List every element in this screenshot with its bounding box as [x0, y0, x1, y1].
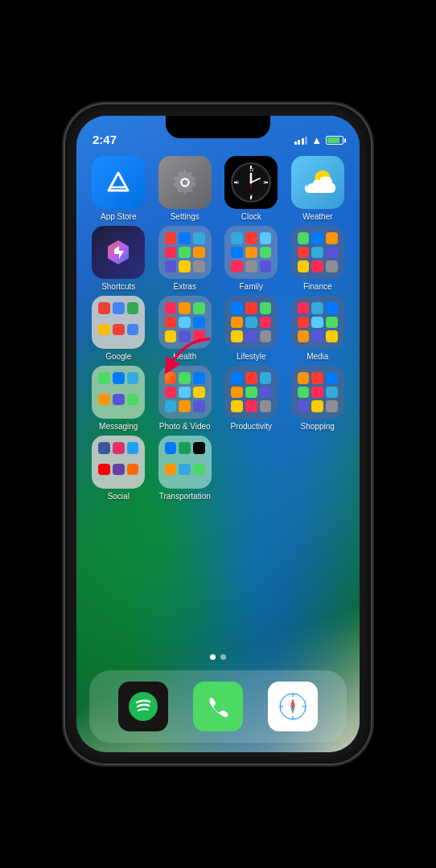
finance-folder-icon[interactable]	[291, 226, 344, 279]
svg-text:12: 12	[249, 167, 254, 172]
phone-icon[interactable]	[193, 682, 243, 731]
dock-safari-item[interactable]	[268, 682, 318, 731]
shortcuts-icon[interactable]	[92, 226, 145, 279]
google-label: Google	[105, 352, 131, 361]
transportation-label: Transportation	[159, 492, 211, 501]
settings-item[interactable]: Settings	[154, 156, 216, 221]
dock-spotify-item[interactable]	[118, 682, 168, 731]
transportation-folder-icon[interactable]	[158, 436, 212, 489]
arrow-annotation	[153, 331, 217, 379]
svg-point-21	[129, 692, 158, 721]
clock-item[interactable]: 12 3 6 9 Clock	[220, 156, 282, 221]
shopping-folder-icon[interactable]	[291, 366, 344, 419]
google-folder-icon[interactable]	[92, 296, 145, 349]
notch	[166, 116, 270, 138]
media-folder-icon[interactable]	[291, 296, 344, 349]
social-folder-icon[interactable]	[92, 436, 145, 489]
lifestyle-folder-icon[interactable]	[224, 296, 278, 349]
shopping-folder-item[interactable]: Shopping	[287, 366, 349, 431]
family-folder-icon[interactable]	[224, 226, 278, 279]
svg-point-30	[292, 706, 294, 708]
app-store-item[interactable]: App Store	[88, 156, 150, 221]
media-label: Media	[306, 352, 328, 361]
svg-text:6: 6	[250, 194, 253, 199]
social-folder-item[interactable]: Social	[88, 436, 150, 501]
status-icons: ▲	[294, 134, 343, 146]
page-dot-2[interactable]	[220, 654, 226, 660]
settings-label: Settings	[171, 212, 199, 221]
clock-label: Clock	[241, 212, 261, 221]
phone-frame: 2:47 ▲	[65, 104, 371, 764]
shopping-label: Shopping	[301, 422, 335, 431]
messaging-folder-icon[interactable]	[92, 366, 145, 419]
svg-point-18	[250, 182, 253, 184]
family-label: Family	[240, 282, 263, 291]
phone-screen: 2:47 ▲	[76, 116, 360, 752]
app-store-icon[interactable]	[92, 156, 145, 209]
svg-text:9: 9	[237, 180, 239, 185]
social-label: Social	[108, 492, 130, 501]
media-folder-item[interactable]: Media	[287, 296, 349, 361]
weather-item[interactable]: Weather	[287, 156, 349, 221]
google-folder-item[interactable]: Google	[88, 296, 150, 361]
signal-icon	[294, 137, 308, 145]
finance-folder-item[interactable]: Finance	[287, 226, 349, 291]
status-time: 2:47	[93, 133, 117, 146]
finance-label: Finance	[303, 282, 332, 291]
spotify-icon[interactable]	[118, 682, 168, 731]
photo-video-label: Photo & Video	[159, 422, 211, 431]
lifestyle-label: Lifestyle	[237, 352, 266, 361]
wifi-icon: ▲	[311, 134, 322, 146]
safari-icon[interactable]	[268, 682, 318, 731]
svg-text:3: 3	[263, 180, 265, 185]
shortcuts-item[interactable]: Shortcuts	[88, 226, 150, 291]
app-store-label: App Store	[101, 212, 136, 221]
clock-icon[interactable]: 12 3 6 9	[224, 156, 278, 209]
app-grid: App Store Settings	[84, 156, 352, 501]
messaging-label: Messaging	[99, 422, 138, 431]
productivity-label: Productivity	[230, 422, 272, 431]
extras-folder-icon[interactable]	[158, 226, 212, 279]
weather-label: Weather	[302, 212, 333, 221]
dock-phone-item[interactable]	[193, 682, 243, 731]
shortcuts-label: Shortcuts	[101, 282, 135, 291]
transportation-folder-item[interactable]: Transportation	[154, 436, 216, 501]
battery-icon	[326, 136, 343, 145]
productivity-folder-icon[interactable]	[224, 366, 278, 419]
messaging-folder-item[interactable]: Messaging	[88, 366, 150, 431]
productivity-folder-item[interactable]: Productivity	[220, 366, 282, 431]
settings-icon[interactable]	[158, 156, 212, 209]
lifestyle-folder-item[interactable]: Lifestyle	[220, 296, 282, 361]
page-dot-1[interactable]	[210, 654, 216, 660]
dock	[89, 670, 347, 743]
weather-icon[interactable]	[291, 156, 344, 209]
extras-label: Extras	[174, 282, 196, 291]
family-folder-item[interactable]: Family	[220, 226, 282, 291]
svg-point-4	[182, 180, 187, 186]
page-dots	[76, 654, 360, 660]
extras-folder-item[interactable]: Extras	[154, 226, 216, 291]
